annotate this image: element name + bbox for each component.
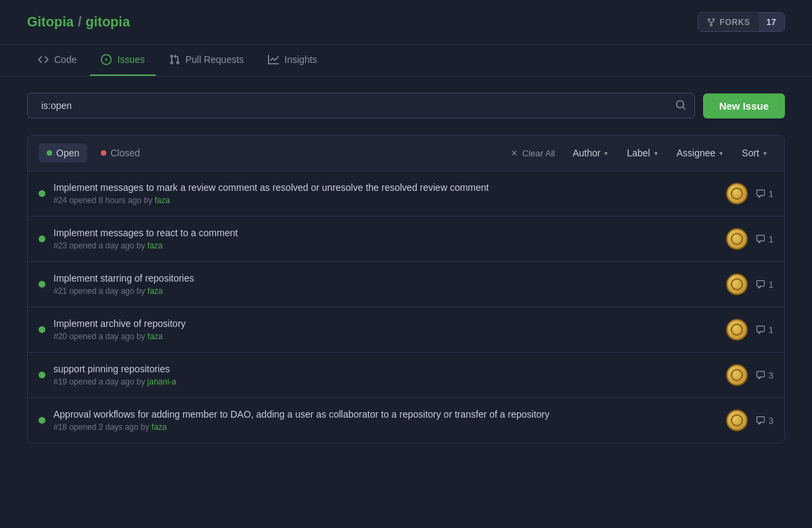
clear-all-button[interactable]: Clear All [505, 146, 560, 161]
comment-count: 1 [769, 189, 773, 199]
issue-author-avatar [726, 228, 748, 250]
issue-comments: 1 [756, 234, 773, 244]
issue-time: opened a day ago by [69, 286, 147, 296]
chevron-down-icon: ▾ [654, 150, 658, 157]
open-label: Open [56, 148, 79, 158]
filter-bar: Open Closed Clear All Author ▾ Label ▾ A… [28, 135, 784, 171]
issue-row[interactable]: Implement messages to mark a review comm… [28, 171, 784, 217]
code-icon [38, 54, 49, 65]
tab-issues-label: Issues [117, 54, 144, 65]
repo-name[interactable]: gitopia [85, 14, 130, 30]
issues-container: Open Closed Clear All Author ▾ Label ▾ A… [27, 135, 785, 443]
fork-icon [706, 18, 716, 27]
tab-insights[interactable]: Insights [257, 45, 328, 76]
issue-number: #24 [53, 196, 67, 205]
issue-comments: 3 [756, 370, 773, 380]
search-input[interactable] [36, 93, 675, 118]
author-dropdown[interactable]: Author ▾ [566, 144, 614, 162]
issue-open-dot [39, 372, 45, 378]
issue-author[interactable]: faza [148, 332, 163, 341]
tab-code[interactable]: Code [27, 45, 87, 76]
new-issue-button[interactable]: New Issue [703, 93, 785, 118]
separator: / [78, 14, 82, 30]
issue-time: opened a day ago by [69, 241, 147, 250]
chevron-down-icon: ▾ [604, 150, 608, 157]
issue-number: #19 [53, 377, 67, 387]
issue-meta: #19 opened a day ago by janani-a [53, 377, 718, 387]
closed-label: Closed [110, 148, 140, 158]
issue-content: support pinning repositories #19 opened … [53, 364, 718, 387]
chevron-down-icon: ▾ [719, 150, 723, 157]
issue-author[interactable]: janani-a [148, 377, 177, 387]
assignee-dropdown[interactable]: Assignee ▾ [670, 144, 730, 162]
issue-meta: #23 opened a day ago by faza [53, 241, 718, 250]
issue-open-dot [39, 281, 45, 288]
issue-author[interactable]: faza [148, 286, 163, 296]
issue-comments: 1 [756, 325, 773, 335]
x-icon [510, 149, 518, 157]
forks-count: 17 [759, 13, 784, 31]
issues-icon [101, 54, 112, 65]
issue-title: Approval workflows for adding member to … [53, 409, 718, 420]
comment-icon [756, 234, 765, 244]
forks-badge: FORKS 17 [698, 12, 785, 32]
comment-count: 1 [769, 234, 773, 244]
search-box[interactable] [27, 93, 695, 118]
issue-time: opened 8 hours ago by [69, 196, 154, 205]
issue-open-dot [39, 417, 45, 424]
issue-open-dot [39, 236, 45, 242]
comment-icon [756, 325, 765, 334]
comment-icon [756, 189, 765, 198]
issue-content: Implement messages to react to a comment… [53, 227, 718, 250]
issue-content: Implement starring of repositories #21 o… [53, 273, 718, 296]
issue-author-avatar [726, 364, 748, 386]
issue-comments: 3 [756, 416, 773, 426]
issue-meta: #24 opened 8 hours ago by faza [53, 196, 718, 205]
issue-row[interactable]: Implement messages to react to a comment… [28, 217, 784, 262]
open-dot [47, 150, 52, 156]
pull-request-icon [169, 54, 180, 65]
issue-meta: #18 opened 2 days ago by faza [53, 422, 718, 432]
issue-meta: #21 opened a day ago by faza [53, 286, 718, 296]
issue-content: Approval workflows for adding member to … [53, 409, 718, 432]
issue-row[interactable]: Approval workflows for adding member to … [28, 398, 784, 443]
label-dropdown[interactable]: Label ▾ [620, 144, 664, 162]
tab-insights-label: Insights [284, 54, 317, 65]
comment-icon [756, 370, 765, 380]
tab-code-label: Code [54, 54, 76, 65]
issue-row[interactable]: Implement archive of repository #20 open… [28, 307, 784, 353]
issue-row[interactable]: support pinning repositories #19 opened … [28, 353, 784, 398]
issue-title: support pinning repositories [53, 364, 718, 374]
comment-icon [756, 416, 765, 425]
tab-pull-requests-label: Pull Requests [185, 54, 244, 65]
repo-title: Gitopia / gitopia [27, 14, 130, 30]
closed-filter-button[interactable]: Closed [93, 144, 148, 162]
issue-author[interactable]: faza [152, 422, 167, 432]
issues-list: Implement messages to mark a review comm… [28, 171, 784, 443]
issue-time: opened 2 days ago by [69, 422, 151, 432]
issue-content: Implement archive of repository #20 open… [53, 318, 718, 341]
issue-author-avatar [726, 273, 748, 295]
tab-issues[interactable]: Issues [90, 45, 155, 76]
open-filter-button[interactable]: Open [39, 144, 87, 162]
issue-row[interactable]: Implement starring of repositories #21 o… [28, 262, 784, 307]
nav-tabs: Code Issues Pull Requests Insights [0, 45, 812, 76]
issue-content: Implement messages to mark a review comm… [53, 182, 718, 205]
issue-title: Implement archive of repository [53, 318, 718, 329]
forks-label[interactable]: FORKS [698, 14, 759, 31]
comment-count: 1 [769, 325, 773, 335]
insights-icon [268, 54, 279, 65]
issue-open-dot [39, 190, 45, 197]
issue-title: Implement starring of repositories [53, 273, 718, 284]
comment-icon [756, 280, 765, 289]
sort-dropdown[interactable]: Sort ▾ [735, 144, 773, 162]
issue-author[interactable]: faza [154, 196, 170, 205]
issue-open-dot [39, 326, 45, 333]
issue-number: #20 [53, 332, 67, 341]
comment-count: 1 [769, 280, 773, 290]
tab-pull-requests[interactable]: Pull Requests [158, 45, 254, 76]
issue-author[interactable]: faza [148, 241, 163, 250]
issue-comments: 1 [756, 189, 773, 199]
issue-author-avatar [726, 319, 748, 340]
org-name[interactable]: Gitopia [27, 14, 74, 30]
